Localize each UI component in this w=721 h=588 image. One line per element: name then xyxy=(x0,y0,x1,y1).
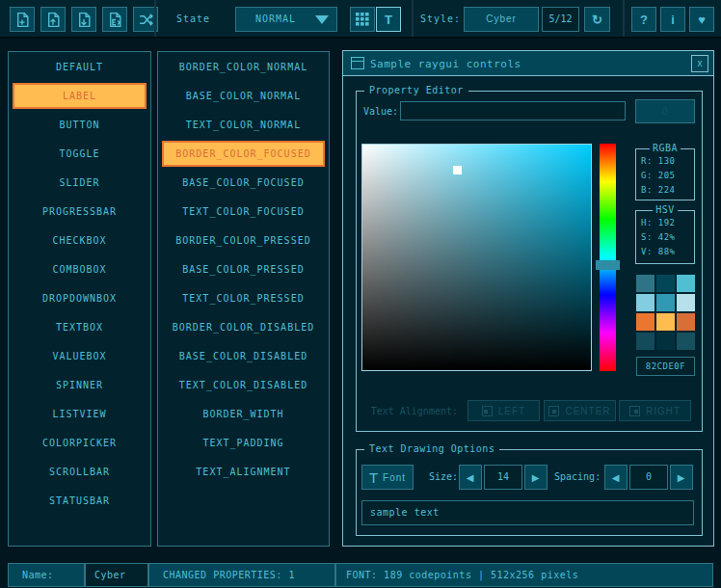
text-drawing-options-label: Text Drawing Options xyxy=(364,443,499,454)
color-swatch[interactable] xyxy=(677,313,695,331)
property-list-item[interactable]: BASE_COLOR_FOCUSED xyxy=(162,170,325,196)
value-spinner-button[interactable]: 0 xyxy=(635,99,695,123)
property-list-item[interactable]: TEXT_COLOR_DISABLED xyxy=(162,372,325,398)
window-icon xyxy=(351,57,364,69)
spacing-increase-button[interactable]: ▶ xyxy=(670,465,693,490)
hsv-value-value: V: 88% xyxy=(641,245,692,259)
name-statusbar: Name: xyxy=(8,563,85,587)
spacing-valuebox[interactable]: 0 xyxy=(629,465,668,490)
size-label: Size: xyxy=(429,471,458,482)
control-list-item[interactable]: BUTTON xyxy=(13,112,147,138)
color-swatch[interactable] xyxy=(656,333,675,350)
color-swatch[interactable] xyxy=(656,294,675,311)
open-file-button[interactable] xyxy=(40,7,66,32)
font-icon: T xyxy=(369,469,378,486)
color-swatch[interactable] xyxy=(677,275,695,292)
property-list-item[interactable]: TEXT_COLOR_FOCUSED xyxy=(162,199,325,225)
font-info-statusbar: FONT: 189 codepoints | 512x256 pixels xyxy=(335,563,713,587)
control-list-item[interactable]: DEFAULT xyxy=(13,54,147,80)
hsv-saturation-value: S: 42% xyxy=(641,230,692,245)
rgba-groupbox: RGBA R: 130 G: 205 B: 224 xyxy=(635,148,695,200)
heart-icon: ♥ xyxy=(698,13,706,27)
state-dropdown[interactable]: NORMAL xyxy=(235,7,337,32)
control-list-item[interactable]: TEXTBOX xyxy=(13,314,147,340)
control-list-item[interactable]: CHECKBOX xyxy=(13,227,147,254)
export-file-button[interactable] xyxy=(102,7,127,32)
property-list-item[interactable]: TEXT_COLOR_PRESSED xyxy=(162,285,325,311)
control-list-item[interactable]: VALUEBOX xyxy=(13,343,147,369)
property-list-item[interactable]: BASE_COLOR_PRESSED xyxy=(162,256,325,282)
reload-icon: ↻ xyxy=(592,13,602,27)
hex-color-textbox[interactable]: 82CDE0F xyxy=(636,357,695,376)
info-button[interactable]: i xyxy=(660,7,685,32)
window-titlebar[interactable]: Sample raygui controls x xyxy=(343,51,713,76)
sponsor-button[interactable]: ♥ xyxy=(689,7,714,32)
control-list-item[interactable]: STATUSBAR xyxy=(13,488,147,514)
sample-text-textbox[interactable]: sample text xyxy=(361,500,694,525)
window-title: Sample raygui controls xyxy=(370,58,521,70)
style-name-textbox[interactable]: Cyber xyxy=(85,563,148,587)
close-button[interactable]: x xyxy=(691,55,708,72)
property-list-item[interactable]: BASE_COLOR_DISABLED xyxy=(162,343,325,369)
color-swatch[interactable] xyxy=(677,294,695,311)
align-left-text: LEFT xyxy=(498,406,525,416)
font-button[interactable]: T Font xyxy=(361,465,414,490)
property-list-item[interactable]: TEXT_COLOR_NORMAL xyxy=(162,112,325,138)
align-right-text: RIGHT xyxy=(646,406,681,416)
spacing-decrease-button[interactable]: ◀ xyxy=(604,465,628,490)
property-list-item[interactable]: BORDER_COLOR_DISABLED xyxy=(162,314,325,340)
control-list-item[interactable]: COLORPICKER xyxy=(13,430,147,456)
color-swatch[interactable] xyxy=(656,275,675,292)
style-index-valuebox[interactable]: 5/12 xyxy=(542,7,579,32)
hsv-label: HSV xyxy=(653,204,678,215)
size-increase-button[interactable]: ▶ xyxy=(524,465,547,490)
style-label: Style: xyxy=(420,13,461,24)
property-list-item[interactable]: BORDER_COLOR_PRESSED xyxy=(162,227,325,254)
control-list-item[interactable]: TOGGLE xyxy=(13,141,147,167)
property-editor-groupbox: Property Editor Value: 0 RGBA R: 130 G: … xyxy=(356,91,703,432)
control-list-item[interactable]: SLIDER xyxy=(13,170,147,196)
value-textbox[interactable] xyxy=(400,101,626,120)
style-name-button[interactable]: Cyber xyxy=(464,7,539,32)
size-valuebox[interactable]: 14 xyxy=(484,465,522,490)
control-list-item[interactable]: COMBOBOX xyxy=(13,256,147,282)
color-swatch[interactable] xyxy=(636,313,654,331)
text-drawing-options-groupbox: Text Drawing Options T Font Size: ◀ 14 ▶… xyxy=(356,449,703,536)
property-list-item[interactable]: BORDER_COLOR_FOCUSED xyxy=(162,141,325,167)
color-swatch[interactable] xyxy=(636,333,654,350)
property-list-item[interactable]: TEXT_ALIGNMENT xyxy=(162,459,325,485)
size-decrease-button[interactable]: ◀ xyxy=(459,465,482,490)
grid-snap-button[interactable] xyxy=(350,7,375,32)
align-center-button[interactable]: CENTER xyxy=(544,400,616,421)
color-saturation-value-area[interactable] xyxy=(361,144,592,371)
color-swatch[interactable] xyxy=(677,333,695,350)
reload-style-button[interactable]: ↻ xyxy=(584,7,610,32)
control-list-item[interactable]: LABEL xyxy=(13,83,147,109)
color-swatch[interactable] xyxy=(636,275,654,292)
property-list-item[interactable]: BASE_COLOR_NORMAL xyxy=(162,83,325,109)
control-list-item[interactable]: LISTVIEW xyxy=(13,401,147,427)
new-file-button[interactable] xyxy=(10,7,35,32)
align-left-button[interactable]: LEFT xyxy=(467,400,540,421)
help-button[interactable]: ? xyxy=(631,7,656,32)
hue-slider[interactable] xyxy=(600,144,616,371)
text-tool-icon: T xyxy=(385,13,392,27)
color-swatch[interactable] xyxy=(656,313,675,331)
arrow-right-icon: ▶ xyxy=(678,472,686,483)
grid-icon xyxy=(356,13,369,26)
text-preview-button[interactable]: T xyxy=(376,7,401,32)
properties-listview: BORDER_COLOR_NORMALBASE_COLOR_NORMALTEXT… xyxy=(157,51,330,547)
color-swatch[interactable] xyxy=(636,294,654,311)
control-list-item[interactable]: SCROLLBAR xyxy=(13,459,147,485)
toolbar-divider xyxy=(623,0,625,37)
hue-slider-handle[interactable] xyxy=(596,260,620,270)
save-file-button[interactable] xyxy=(71,7,96,32)
control-list-item[interactable]: PROGRESSBAR xyxy=(13,199,147,225)
property-list-item[interactable]: BORDER_WIDTH xyxy=(162,401,325,427)
property-list-item[interactable]: BORDER_COLOR_NORMAL xyxy=(162,54,325,80)
control-list-item[interactable]: DROPDOWNBOX xyxy=(13,285,147,311)
shuffle-icon xyxy=(138,12,154,28)
control-list-item[interactable]: SPINNER xyxy=(13,372,147,398)
align-right-button[interactable]: RIGHT xyxy=(619,400,691,421)
property-list-item[interactable]: TEXT_PADDING xyxy=(162,430,325,456)
